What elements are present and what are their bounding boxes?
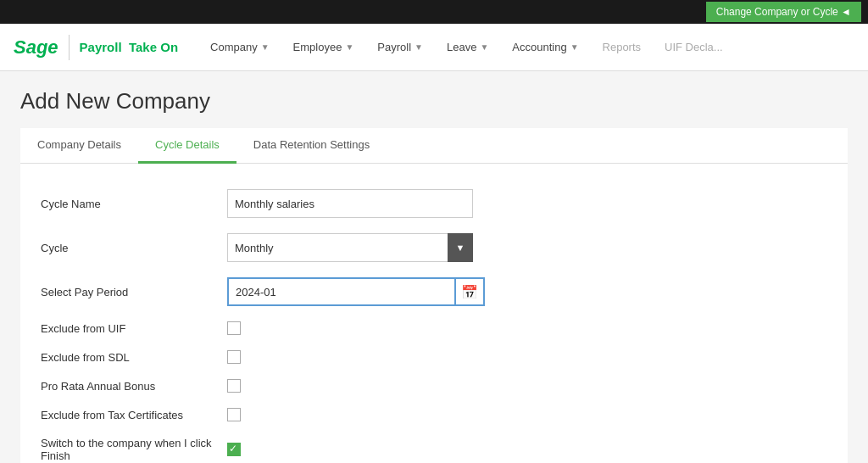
nav-item-reports: Reports xyxy=(591,24,654,71)
app-name-highlight: Take On xyxy=(129,40,178,54)
form-area: Cycle Name Cycle Monthly Weekly Bi-Weekl… xyxy=(20,164,848,463)
date-input-wrapper: 📅 xyxy=(227,277,485,306)
nav-label-uif: UIF Decla... xyxy=(665,41,723,53)
tab-company-details-label: Company Details xyxy=(37,138,121,151)
form-row-exclude-tax: Exclude from Tax Certificates xyxy=(41,408,827,421)
control-switch-finish xyxy=(227,443,241,456)
tab-cycle-details[interactable]: Cycle Details xyxy=(138,128,236,164)
calendar-icon-button[interactable]: 📅 xyxy=(456,277,485,306)
pro-rata-checkbox[interactable] xyxy=(227,379,241,393)
exclude-tax-checkbox[interactable] xyxy=(227,408,241,421)
control-exclude-sdl xyxy=(227,350,241,364)
nav-items: Company ▼ Employee ▼ Payroll ▼ Leave ▼ A… xyxy=(198,24,854,71)
control-cycle: Monthly Weekly Bi-Weekly Fortnightly ▼ xyxy=(227,233,473,262)
label-cycle-name: Cycle Name xyxy=(41,198,227,210)
navbar: Sage Payroll Take On Company ▼ Employee … xyxy=(0,24,868,71)
app-title: Payroll Take On xyxy=(80,40,178,54)
tab-company-details[interactable]: Company Details xyxy=(20,128,138,164)
nav-divider xyxy=(69,35,70,60)
nav-label-employee: Employee xyxy=(293,41,342,53)
control-exclude-uif xyxy=(227,321,241,335)
label-exclude-tax: Exclude from Tax Certificates xyxy=(41,409,227,421)
nav-item-uif: UIF Decla... xyxy=(653,24,735,71)
nav-label-payroll: Payroll xyxy=(377,41,411,53)
nav-label-reports: Reports xyxy=(603,41,642,53)
label-exclude-sdl: Exclude from SDL xyxy=(41,351,227,364)
control-exclude-tax xyxy=(227,408,241,421)
control-pay-period: 📅 xyxy=(227,277,485,306)
control-cycle-name xyxy=(227,189,473,218)
pay-period-input[interactable] xyxy=(227,277,456,306)
change-company-button[interactable]: Change Company or Cycle ◄ xyxy=(706,2,861,22)
page-content: Add New Company Company Details Cycle De… xyxy=(0,71,868,463)
switch-finish-checkbox[interactable] xyxy=(227,443,241,456)
form-row-cycle: Cycle Monthly Weekly Bi-Weekly Fortnight… xyxy=(41,233,827,262)
nav-label-company: Company xyxy=(210,41,258,53)
tabs: Company Details Cycle Details Data Reten… xyxy=(20,128,848,164)
form-row-cycle-name: Cycle Name xyxy=(41,189,827,218)
app-name-prefix: Payroll xyxy=(80,40,122,54)
cycle-select-wrapper: Monthly Weekly Bi-Weekly Fortnightly ▼ xyxy=(227,233,473,262)
cycle-select[interactable]: Monthly Weekly Bi-Weekly Fortnightly xyxy=(227,233,473,262)
nav-item-employee[interactable]: Employee ▼ xyxy=(281,24,366,71)
label-pay-period: Select Pay Period xyxy=(41,286,227,298)
form-row-exclude-uif: Exclude from UIF xyxy=(41,321,827,335)
control-pro-rata xyxy=(227,379,241,393)
tab-data-retention[interactable]: Data Retention Settings xyxy=(236,128,387,164)
sage-logo: Sage xyxy=(14,36,58,59)
chevron-down-icon: ▼ xyxy=(570,42,579,52)
chevron-down-icon: ▼ xyxy=(261,42,270,52)
nav-item-leave[interactable]: Leave ▼ xyxy=(435,24,500,71)
label-switch-finish: Switch to the company when I click Finis… xyxy=(41,437,227,462)
label-exclude-uif: Exclude from UIF xyxy=(41,322,227,335)
chevron-down-icon: ▼ xyxy=(345,42,353,52)
form-row-switch-finish: Switch to the company when I click Finis… xyxy=(41,437,827,462)
nav-label-leave: Leave xyxy=(447,41,476,53)
nav-item-accounting[interactable]: Accounting ▼ xyxy=(500,24,590,71)
nav-item-company[interactable]: Company ▼ xyxy=(198,24,281,71)
nav-item-payroll[interactable]: Payroll ▼ xyxy=(365,24,435,71)
logo-area: Sage Payroll Take On xyxy=(14,35,178,60)
tab-data-retention-label: Data Retention Settings xyxy=(253,138,370,151)
chevron-down-icon: ▼ xyxy=(480,42,488,52)
exclude-uif-checkbox[interactable] xyxy=(227,321,241,335)
tab-cycle-details-label: Cycle Details xyxy=(155,138,220,151)
page-title: Add New Company xyxy=(20,88,848,114)
form-row-pro-rata: Pro Rata Annual Bonus xyxy=(41,379,827,393)
nav-label-accounting: Accounting xyxy=(512,41,566,53)
form-row-pay-period: Select Pay Period 📅 xyxy=(41,277,827,306)
chevron-down-icon: ▼ xyxy=(415,42,423,52)
calendar-icon: 📅 xyxy=(461,284,478,300)
label-pro-rata: Pro Rata Annual Bonus xyxy=(41,380,227,393)
form-row-exclude-sdl: Exclude from SDL xyxy=(41,350,827,364)
label-cycle: Cycle xyxy=(41,242,227,254)
top-bar: Change Company or Cycle ◄ xyxy=(0,0,868,24)
exclude-sdl-checkbox[interactable] xyxy=(227,350,241,364)
cycle-name-input[interactable] xyxy=(227,189,473,218)
